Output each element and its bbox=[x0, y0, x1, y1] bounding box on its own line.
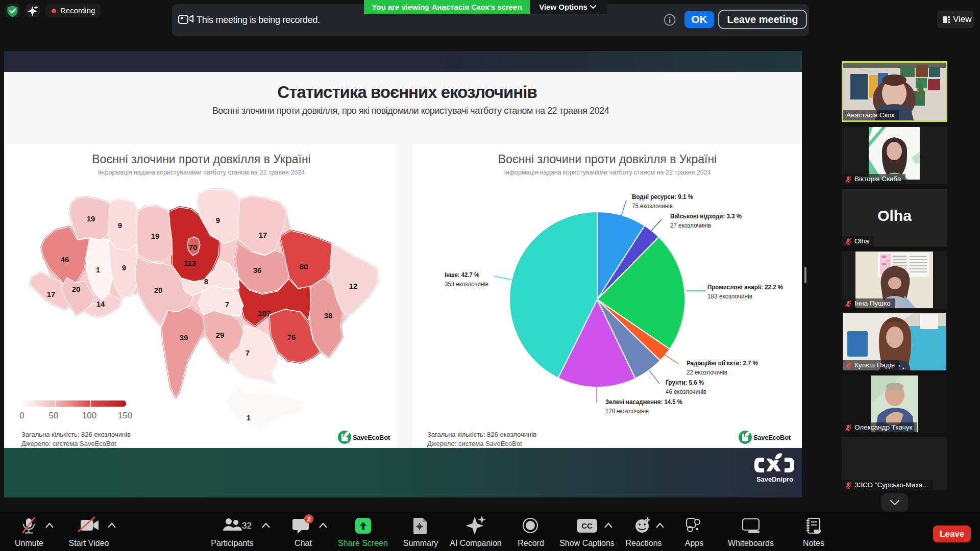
svg-text:27 екозлочинів: 27 екозлочинів bbox=[670, 221, 711, 229]
svg-text:75 екозлочинів: 75 екозлочинів bbox=[632, 202, 673, 210]
svg-text:100: 100 bbox=[82, 411, 96, 420]
svg-text:Військові відходи: 3.3 %: Військові відходи: 3.3 % bbox=[670, 212, 742, 220]
svg-text:Show Captions: Show Captions bbox=[559, 539, 615, 547]
svg-text:46: 46 bbox=[61, 255, 69, 264]
svg-text:36: 36 bbox=[253, 266, 262, 274]
svg-text:120 екозлочинів: 120 екозлочинів bbox=[605, 407, 649, 415]
svg-text:0: 0 bbox=[19, 411, 24, 420]
svg-text:Record: Record bbox=[518, 539, 544, 547]
svg-text:CC: CC bbox=[581, 521, 593, 530]
svg-text:113: 113 bbox=[184, 259, 196, 267]
svg-text:9: 9 bbox=[216, 216, 220, 224]
svg-text:Chat: Chat bbox=[295, 539, 312, 547]
svg-text:76: 76 bbox=[287, 333, 296, 341]
svg-text:Leave: Leave bbox=[940, 529, 964, 539]
svg-text:19: 19 bbox=[151, 232, 160, 240]
svg-text:1: 1 bbox=[96, 265, 100, 274]
svg-text:70: 70 bbox=[189, 243, 198, 252]
svg-text:Reactions: Reactions bbox=[625, 539, 662, 547]
svg-text:Промислові аварії: 22.2 %: Промислові аварії: 22.2 % bbox=[707, 283, 783, 291]
svg-text:12: 12 bbox=[349, 282, 358, 290]
svg-text:Share Screen: Share Screen bbox=[338, 539, 388, 547]
svg-text:SaveDnipro: SaveDnipro bbox=[756, 475, 793, 483]
svg-text:14: 14 bbox=[96, 299, 105, 308]
svg-text:Водні ресурси: 9.1 %: Водні ресурси: 9.1 % bbox=[632, 193, 693, 201]
svg-text:38: 38 bbox=[324, 311, 333, 320]
svg-text:20: 20 bbox=[72, 285, 81, 293]
svg-text:183 екозлочинів: 183 екозлочинів bbox=[707, 292, 752, 300]
svg-text:Whiteboards: Whiteboards bbox=[728, 539, 774, 547]
svg-text:Радіаційні об'єкти: 2.7 %: Радіаційні об'єкти: 2.7 % bbox=[687, 359, 758, 367]
svg-text:150: 150 bbox=[118, 411, 132, 420]
svg-text:Ґрунти: 5.6 %: Ґрунти: 5.6 % bbox=[666, 379, 704, 386]
svg-text:46 екозлочинів: 46 екозлочинів bbox=[666, 388, 706, 395]
svg-text:80: 80 bbox=[300, 262, 308, 271]
svg-text:Participants: Participants bbox=[211, 539, 254, 547]
svg-text:SaveEcoBot: SaveEcoBot bbox=[353, 434, 390, 441]
svg-text:Зелені насадження: 14.5 %: Зелені насадження: 14.5 % bbox=[605, 398, 682, 406]
svg-text:22 екозлочинів: 22 екозлочинів bbox=[687, 368, 727, 376]
svg-text:Інше: 42.7 %: Інше: 42.7 % bbox=[445, 271, 479, 279]
svg-text:17: 17 bbox=[47, 290, 56, 298]
svg-text:107: 107 bbox=[258, 309, 271, 317]
svg-text:8: 8 bbox=[204, 277, 208, 286]
svg-text:39: 39 bbox=[180, 333, 188, 342]
svg-text:Start Video: Start Video bbox=[69, 539, 109, 547]
svg-text:50: 50 bbox=[49, 411, 59, 420]
svg-text:7: 7 bbox=[246, 348, 250, 357]
svg-text:20: 20 bbox=[154, 286, 163, 294]
svg-text:9: 9 bbox=[118, 221, 122, 230]
svg-text:7: 7 bbox=[225, 300, 229, 309]
svg-text:9: 9 bbox=[122, 263, 126, 272]
svg-text:2: 2 bbox=[307, 515, 310, 523]
svg-text:19: 19 bbox=[87, 214, 95, 223]
svg-text:Summary: Summary bbox=[403, 539, 438, 547]
svg-text:Apps: Apps bbox=[685, 539, 703, 547]
svg-text:SaveEcoBot: SaveEcoBot bbox=[753, 434, 791, 441]
svg-text:29: 29 bbox=[216, 331, 225, 339]
svg-text:17: 17 bbox=[259, 231, 267, 239]
svg-text:1: 1 bbox=[247, 413, 251, 422]
svg-text:353 екозлочинів: 353 екозлочинів bbox=[445, 280, 488, 288]
svg-text:32: 32 bbox=[242, 521, 252, 531]
svg-text:AI Companion: AI Companion bbox=[450, 539, 501, 547]
svg-text:Unmute: Unmute bbox=[15, 539, 43, 547]
svg-text:Notes: Notes bbox=[803, 539, 824, 547]
